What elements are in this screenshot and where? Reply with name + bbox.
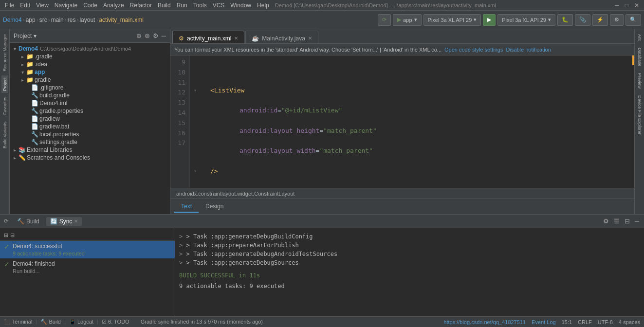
- fold-arrow-9[interactable]: [194, 68, 200, 75]
- breadcrumb-file[interactable]: activity_main.xml: [99, 17, 143, 23]
- design-tab[interactable]: Design: [199, 201, 230, 213]
- code-editor[interactable]: 9 10 11 12 13 14 15 16 17 ▾<ListView and…: [170, 55, 634, 188]
- todo-icon[interactable]: ☑ 6: TODO: [102, 319, 129, 325]
- build-variants-tab[interactable]: Build Variants: [1, 119, 8, 151]
- expand-all-icon[interactable]: ⊞: [4, 232, 8, 238]
- menu-code[interactable]: Code: [80, 0, 100, 10]
- build-settings-icon[interactable]: ⚙: [602, 217, 610, 226]
- menu-edit[interactable]: Edit: [17, 0, 33, 10]
- tree-label-settings-gradle: settings.gradle: [39, 139, 77, 145]
- menu-help[interactable]: Help: [254, 0, 272, 10]
- tab-label-main-activity: MainActivity.java: [262, 35, 305, 42]
- device-file-explorer-tab[interactable]: Device File Explorer: [636, 92, 643, 138]
- debug-button[interactable]: 🐛: [557, 14, 573, 26]
- collapse-all-icon[interactable]: ⊟: [10, 232, 15, 238]
- tree-item-ext-libs[interactable]: ▸ 📚 External Libraries: [10, 146, 170, 154]
- build-tab[interactable]: 🔨 Build: [13, 217, 43, 226]
- fold-arrow-10[interactable]: ▾: [194, 87, 200, 94]
- tree-item-idea[interactable]: ▸ 📁 .idea: [10, 60, 170, 68]
- csdn-link[interactable]: https://blog.csdn.net/qq_41827511: [443, 319, 526, 325]
- attach-button[interactable]: 📎: [575, 14, 590, 26]
- build-filter-icon[interactable]: ☰: [613, 217, 621, 226]
- device2-button[interactable]: Pixel 3a XL API 29 ▾: [497, 14, 555, 26]
- tree-item-demo4[interactable]: ▾ Demo4 C:\Users\gao\Desktop\Android\Dem…: [10, 45, 170, 53]
- breadcrumb-main[interactable]: main: [51, 17, 64, 23]
- minimize-panel-icon[interactable]: ─: [162, 32, 166, 39]
- crlf-indicator[interactable]: CRLF: [578, 319, 592, 325]
- tree-label-gradlew-bat: gradlew.bat: [39, 123, 69, 130]
- breadcrumb-layout[interactable]: layout: [79, 17, 95, 23]
- build-filter2-icon[interactable]: ⊟: [624, 217, 631, 226]
- maximize-button[interactable]: □: [622, 0, 631, 10]
- project-dropdown-arrow[interactable]: ▾: [34, 33, 37, 39]
- tree-item-gradle[interactable]: ▸ 📁 .gradle: [10, 53, 170, 60]
- close-panel-icon[interactable]: ─: [634, 217, 640, 226]
- tree-item-app[interactable]: ▾ 📁 app: [10, 68, 170, 76]
- run-button[interactable]: ▶: [483, 14, 496, 26]
- fold-arrow-14[interactable]: ▾: [194, 167, 200, 175]
- build-icon[interactable]: 🔨 Build: [40, 319, 61, 325]
- scroll-to-icon[interactable]: ⊜: [145, 32, 150, 39]
- menu-build[interactable]: Build: [155, 0, 174, 10]
- close-tab-activity-xml[interactable]: ✕: [234, 36, 238, 41]
- menu-tools[interactable]: Tools: [190, 0, 210, 10]
- menu-window[interactable]: Window: [227, 0, 254, 10]
- code-content[interactable]: ▾<ListView android:id="@+id/mListView" a…: [190, 55, 634, 188]
- terminal-icon[interactable]: ⬛ Terminal: [4, 319, 32, 325]
- menu-vcs[interactable]: VCS: [210, 0, 228, 10]
- editor-area: ⚙ activity_main.xml ✕ ☕ MainActivity.jav…: [170, 29, 634, 214]
- ant-tab[interactable]: Ant: [636, 31, 643, 44]
- search-button[interactable]: 🔍: [626, 14, 641, 26]
- menu-file[interactable]: File: [2, 0, 17, 10]
- sync-button[interactable]: ⟳: [378, 14, 391, 26]
- menu-view[interactable]: View: [33, 0, 52, 10]
- breadcrumb-app[interactable]: app: [26, 17, 36, 23]
- gradle-status-text: Gradle sync finished in 13 s 970 ms (mom…: [141, 319, 263, 325]
- event-log-link[interactable]: Event Log: [532, 319, 556, 325]
- open-code-style-link[interactable]: Open code style settings: [444, 47, 503, 53]
- tree-item-gradle-props[interactable]: 🔧 gradle.properties: [10, 107, 170, 115]
- tree-item-settings-gradle[interactable]: 🔧 settings.gradle: [10, 138, 170, 146]
- close-button[interactable]: ✕: [631, 0, 642, 10]
- disable-notification-link[interactable]: Disable notification: [506, 47, 551, 53]
- run-config-button[interactable]: ▶ app ▾: [393, 14, 421, 26]
- database-tab[interactable]: Database: [636, 45, 643, 70]
- menu-run[interactable]: Run: [174, 0, 190, 10]
- settings-button[interactable]: ⚙: [610, 14, 624, 26]
- tree-item-gradlew-bat[interactable]: 📄 gradlew.bat: [10, 123, 170, 130]
- profile-button[interactable]: ⚡: [592, 14, 608, 26]
- build-item-2[interactable]: ✓ Demo4: finished Run build...: [0, 258, 175, 276]
- tree-item-scratches[interactable]: ▸ ✏️ Scratches and Consoles: [10, 154, 170, 162]
- tree-item-gradle-sub[interactable]: ▸ 📁 gradle: [10, 76, 170, 84]
- breadcrumb-src[interactable]: src: [39, 17, 47, 23]
- breadcrumb-res[interactable]: res: [68, 17, 76, 23]
- tree-item-demo4-iml[interactable]: 📄 Demo4.iml: [10, 99, 170, 107]
- tree-item-local-props[interactable]: 🔧 local.properties: [10, 130, 170, 138]
- tab-activity-xml[interactable]: ⚙ activity_main.xml ✕: [172, 31, 244, 43]
- indent-indicator[interactable]: 4 spaces: [619, 319, 640, 325]
- minimize-button[interactable]: ─: [612, 0, 622, 10]
- project-tab[interactable]: Project: [1, 75, 8, 93]
- fold-arrow-12: [194, 127, 200, 135]
- close-tab-main-activity[interactable]: ✕: [308, 36, 312, 41]
- tab-main-activity[interactable]: ☕ MainActivity.java ✕: [245, 31, 318, 43]
- menu-analyze[interactable]: Analyze: [100, 0, 127, 10]
- tree-item-gradlew[interactable]: 📄 gradlew: [10, 115, 170, 123]
- device1-button[interactable]: Pixel 3a XL API 29 ▾: [423, 14, 481, 26]
- resource-manager-tab[interactable]: Resource Manager: [1, 31, 8, 74]
- preview-tab[interactable]: Preview: [636, 70, 643, 91]
- menu-navigate[interactable]: Navigate: [52, 0, 80, 10]
- close-sync-tab[interactable]: ✕: [74, 218, 78, 224]
- favorites-tab[interactable]: Favorites: [1, 94, 8, 118]
- breadcrumb-demo4[interactable]: Demo4: [3, 17, 22, 23]
- gear-icon[interactable]: ⚙: [153, 32, 159, 39]
- menu-refactor[interactable]: Refactor: [127, 0, 155, 10]
- add-content-icon[interactable]: ⊕: [136, 32, 142, 39]
- encoding-indicator[interactable]: UTF-8: [598, 319, 613, 325]
- logcat-icon[interactable]: 📱 Logcat: [69, 319, 93, 325]
- sync-tab[interactable]: 🔄 Sync ✕: [46, 217, 82, 226]
- tree-item-gitignore[interactable]: 📄 .gitignore: [10, 84, 170, 91]
- text-tab[interactable]: Text: [174, 201, 199, 213]
- build-item-1[interactable]: ✓ Demo4: successful 9 actionable tasks: …: [0, 241, 175, 258]
- tree-item-build-gradle[interactable]: 🔧 build.gradle: [10, 91, 170, 99]
